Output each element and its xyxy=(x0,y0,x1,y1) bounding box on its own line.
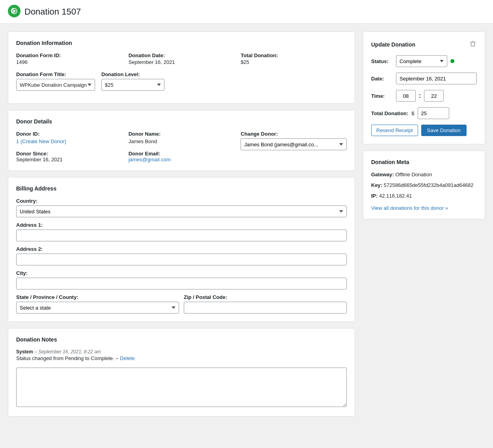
page-title: Donation 1507 xyxy=(24,7,81,17)
time-minute-input[interactable] xyxy=(424,90,444,102)
form-title-select[interactable]: WPKube Donation Campaign xyxy=(16,79,95,91)
gateway-label: Gateway: xyxy=(371,172,394,177)
donation-date-group: Donation Date: September 16, 2021 xyxy=(129,52,235,65)
status-row: Status: Complete Pending Refunded Failed… xyxy=(371,55,477,67)
note-datetime: September 16, 2021, 8:22 am xyxy=(38,349,101,355)
address2-input[interactable] xyxy=(16,254,347,265)
note-entry: System – September 16, 2021, 8:22 am Sta… xyxy=(16,349,347,361)
form-id-group: Donation Form ID: 1496 xyxy=(16,52,122,65)
donation-info-grid: Donation Form ID: 1496 Donation Date: Se… xyxy=(16,52,347,65)
total-label: Total Donation: xyxy=(371,110,408,116)
donation-meta-title: Donation Meta xyxy=(371,159,477,165)
donor-email-group: Donor Email: james@gmail.com xyxy=(129,151,235,162)
gateway-value: Offline Donation xyxy=(395,172,432,177)
donor-details-title: Donor Details xyxy=(16,118,347,125)
zip-group: Zip / Postal Code: xyxy=(184,294,347,314)
donation-date-value: September 16, 2021 xyxy=(129,59,175,65)
total-donation-group: Total Donation: $25 xyxy=(241,52,347,65)
donor-email-label: Donor Email: xyxy=(129,151,161,157)
logo-icon xyxy=(8,5,21,19)
zip-label: Zip / Postal Code: xyxy=(184,294,347,300)
donor-grid: Donor ID: 1 (Create New Donor) Donor Sin… xyxy=(16,131,347,162)
total-donation-value: $25 xyxy=(241,59,249,65)
total-row: Total Donation: $ xyxy=(371,107,477,119)
change-donor-select[interactable]: James Bond (james@gmail.co... xyxy=(241,138,347,150)
note-delete-link[interactable]: Delete xyxy=(120,355,135,361)
status-select[interactable]: Complete Pending Refunded Failed Cancell… xyxy=(396,55,447,67)
donor-id-col: Donor ID: 1 (Create New Donor) Donor Sin… xyxy=(16,131,122,162)
donor-name-label: Donor Name: xyxy=(129,131,235,137)
donation-level-label: Donation Level: xyxy=(101,71,164,77)
status-dot xyxy=(450,59,454,63)
time-hour-input[interactable] xyxy=(396,90,416,102)
save-donation-button[interactable]: Save Donation xyxy=(421,125,467,136)
donor-since-value: September 16, 2021 xyxy=(16,157,122,162)
address2-label: Address 2: xyxy=(16,246,347,252)
country-label: Country: xyxy=(16,198,347,204)
create-new-donor-link[interactable]: (Create New Donor) xyxy=(21,138,66,144)
note-meta: System – September 16, 2021, 8:22 am xyxy=(16,349,347,355)
note-text-content: Status changed from Pending to Complete. xyxy=(16,355,114,361)
svg-point-1 xyxy=(13,10,15,12)
donor-id-link[interactable]: 1 xyxy=(16,138,19,144)
ip-value: 42.116.182.41 xyxy=(379,193,412,199)
form-id-label: Donation Form ID: xyxy=(16,52,122,58)
donation-level-group: Donation Level: $25 xyxy=(101,71,164,91)
note-text: Status changed from Pending to Complete.… xyxy=(16,355,347,361)
date-input[interactable] xyxy=(396,73,477,84)
update-donation-header: Update Donation xyxy=(371,40,477,49)
total-donation-label: Total Donation: xyxy=(241,52,347,58)
billing-card: Billing Address Country: United States A… xyxy=(8,177,355,322)
city-label: City: xyxy=(16,270,347,276)
donation-notes-card: Donation Notes System – September 16, 20… xyxy=(8,328,355,416)
donation-info-title: Donation Information xyxy=(16,40,347,46)
donation-level-select[interactable]: $25 xyxy=(101,79,164,91)
page-header: Donation 1507 xyxy=(0,0,493,24)
donor-email-value: james@gmail.com xyxy=(129,157,235,162)
donor-details-card: Donor Details Donor ID: 1 (Create New Do… xyxy=(8,110,355,171)
zip-input[interactable] xyxy=(184,302,347,314)
side-column: Update Donation Status: Complete Pending… xyxy=(363,32,485,416)
donor-since-group: Donor Since: September 16, 2021 xyxy=(16,151,122,162)
city-input[interactable] xyxy=(16,278,347,289)
dollar-sign: $ xyxy=(411,110,414,116)
note-textarea[interactable] xyxy=(16,368,347,407)
donor-email-link[interactable]: james@gmail.com xyxy=(129,157,171,162)
date-label: Date: xyxy=(371,76,393,82)
address1-input[interactable] xyxy=(16,230,347,241)
change-donor-label: Change Donor: xyxy=(241,131,347,137)
view-all-donations-link[interactable]: View all donations for this donor » xyxy=(371,205,448,211)
note-dash: – xyxy=(34,349,38,355)
update-donation-title: Update Donation xyxy=(371,41,415,48)
time-separator: : xyxy=(419,92,421,99)
change-donor-col: Change Donor: James Bond (james@gmail.co… xyxy=(241,131,347,162)
country-select[interactable]: United States xyxy=(16,205,347,217)
donor-since-label: Donor Since: xyxy=(16,151,48,157)
form-title-label: Donation Form Title: xyxy=(16,71,95,77)
note-dash-2: – xyxy=(116,355,120,361)
donor-name-col: Donor Name: James Bond Donor Email: jame… xyxy=(129,131,235,162)
donor-id-value: 1 (Create New Donor) xyxy=(16,138,122,144)
action-buttons: Resend Receipt Save Donation xyxy=(371,125,477,136)
donor-id-label: Donor ID: xyxy=(16,131,122,137)
ip-row: IP: 42.116.182.41 xyxy=(371,193,477,199)
update-donation-card: Update Donation Status: Complete Pending… xyxy=(363,32,485,144)
page-content: Donation Information Donation Form ID: 1… xyxy=(0,24,493,424)
ip-label: IP: xyxy=(371,193,378,199)
total-input[interactable] xyxy=(418,107,449,119)
trash-button[interactable] xyxy=(469,40,477,49)
state-select[interactable]: Select a state xyxy=(16,302,179,314)
note-author: System xyxy=(16,349,33,355)
billing-title: Billing Address xyxy=(16,185,347,192)
form-title-group: Donation Form Title: WPKube Donation Cam… xyxy=(16,71,95,91)
gateway-row: Gateway: Offline Donation xyxy=(371,172,477,177)
key-row: Key: 572586d665de55fd232b4a091ad64682 xyxy=(371,182,477,188)
state-group: State / Province / County: Select a stat… xyxy=(16,294,179,314)
billing-two-col: State / Province / County: Select a stat… xyxy=(16,294,347,314)
donation-info-card: Donation Information Donation Form ID: 1… xyxy=(8,32,355,104)
form-title-row: Donation Form Title: WPKube Donation Cam… xyxy=(16,71,347,91)
form-id-link[interactable]: 1496 xyxy=(16,59,28,65)
donor-name-value: James Bond xyxy=(129,138,235,144)
resend-receipt-button[interactable]: Resend Receipt xyxy=(371,125,418,136)
time-label: Time: xyxy=(371,93,393,99)
